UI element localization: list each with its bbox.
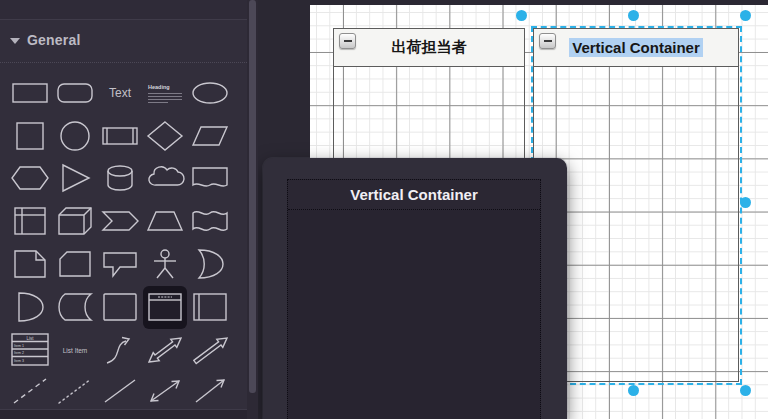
shape-bidirectional-thin-arrow[interactable] <box>144 372 186 410</box>
shape-cube[interactable] <box>54 202 96 240</box>
minus-icon <box>544 40 552 42</box>
shape-step[interactable] <box>99 202 141 240</box>
selection-handle[interactable] <box>740 197 751 208</box>
scrollbar-thumb[interactable] <box>249 0 256 393</box>
preview-title: Vertical Container <box>288 180 540 210</box>
sidebar-top-section <box>0 0 247 20</box>
shape-line[interactable] <box>99 372 141 410</box>
selection-handle[interactable] <box>740 10 751 21</box>
shape-circle[interactable] <box>54 117 96 155</box>
shape-ellipse[interactable] <box>189 74 231 112</box>
shape-dashed-line[interactable] <box>9 372 51 410</box>
shape-vertical-container[interactable] <box>144 288 186 326</box>
shape-list[interactable]: ListItem 1Item 2Item 3 <box>9 331 51 369</box>
shape-trapezoid[interactable] <box>144 202 186 240</box>
container-vertical-header[interactable]: Vertical Container <box>534 29 738 67</box>
svg-text:Item 3: Item 3 <box>14 359 24 363</box>
section-general-header[interactable]: General <box>0 30 247 54</box>
svg-text:Item 1: Item 1 <box>14 344 24 348</box>
selection-handle[interactable] <box>628 385 639 396</box>
shape-tape[interactable] <box>189 202 231 240</box>
shape-dotted-line[interactable] <box>54 372 96 410</box>
minus-icon <box>344 40 352 42</box>
shape-square[interactable] <box>9 117 51 155</box>
vertical-container-preview: Vertical Container <box>287 179 541 419</box>
selection-handle[interactable] <box>628 10 639 21</box>
section-collapse-triangle-icon <box>10 38 20 44</box>
selection-handle[interactable] <box>740 385 751 396</box>
svg-text:Item 2: Item 2 <box>14 351 24 355</box>
shape-data-storage[interactable] <box>54 288 96 326</box>
shape-container[interactable] <box>99 288 141 326</box>
shape-and[interactable] <box>9 288 51 326</box>
shape-palette-sidebar: General TextHeadingListItem 1Item 2Item … <box>0 0 247 419</box>
shape-cylinder[interactable] <box>99 159 141 197</box>
shape-list-item[interactable]: List Item <box>54 331 96 369</box>
shape-parallelogram[interactable] <box>189 117 231 155</box>
shape-arrow[interactable] <box>189 331 231 369</box>
shape-triangle[interactable] <box>54 159 96 197</box>
shape-document[interactable] <box>189 159 231 197</box>
shape-heading[interactable]: Heading <box>144 74 186 112</box>
shape-internal-storage[interactable] <box>9 202 51 240</box>
collapse-button[interactable] <box>339 33 356 49</box>
shape-callout[interactable] <box>99 245 141 283</box>
container-shipping-manager-title: 出荷担当者 <box>392 38 467 57</box>
container-vertical-title: Vertical Container <box>569 38 703 57</box>
container-shipping-manager-header[interactable]: 出荷担当者 <box>334 29 524 67</box>
shape-rectangle[interactable] <box>9 74 51 112</box>
shape-note[interactable] <box>9 245 51 283</box>
selection-handle[interactable] <box>516 10 527 21</box>
shape-card[interactable] <box>54 245 96 283</box>
shape-diamond[interactable] <box>144 117 186 155</box>
sidebar-bottom-divider <box>0 409 247 419</box>
canvas-area[interactable]: 出荷担当者 Vertical Container Vertical Contai… <box>258 0 768 419</box>
section-divider <box>0 62 247 63</box>
shape-process[interactable] <box>99 117 141 155</box>
shape-directional-thin-arrow[interactable] <box>189 372 231 410</box>
shape-actor[interactable] <box>144 245 186 283</box>
shape-bidirectional-arrow[interactable] <box>144 331 186 369</box>
svg-text:List: List <box>26 336 34 341</box>
collapse-button[interactable] <box>539 33 556 49</box>
shape-preview-popup: Vertical Container <box>263 158 567 419</box>
shape-hexagon[interactable] <box>9 159 51 197</box>
section-general-label: General <box>27 32 81 48</box>
shape-text[interactable]: Text <box>99 74 141 112</box>
shape-cloud[interactable] <box>144 159 186 197</box>
preview-body <box>288 210 540 419</box>
shape-rounded-rectangle[interactable] <box>54 74 96 112</box>
shape-horizontal-container[interactable] <box>189 288 231 326</box>
sidebar-scrollbar[interactable] <box>247 0 258 419</box>
shape-or[interactable] <box>189 245 231 283</box>
shape-curve[interactable] <box>99 331 141 369</box>
